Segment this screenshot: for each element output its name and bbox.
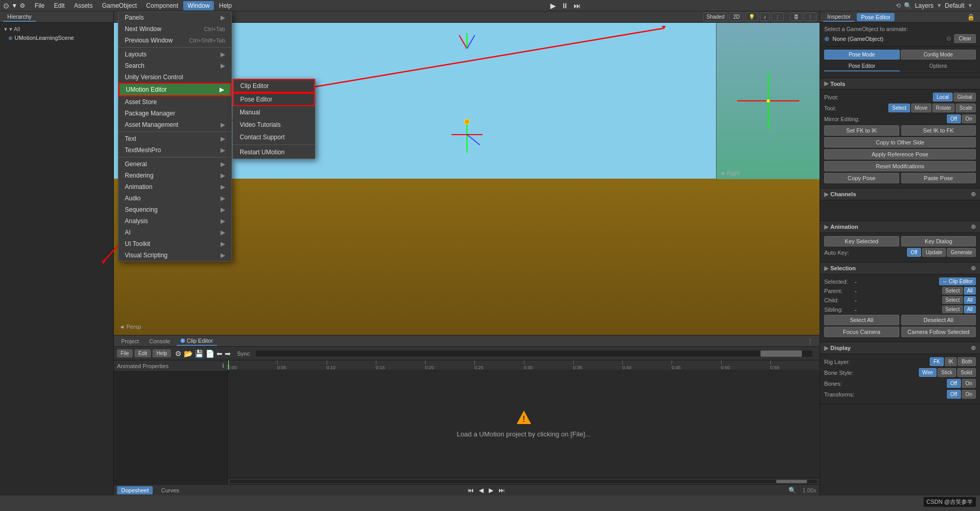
channels-section-header[interactable]: ▶ Channels ⊕ xyxy=(820,188,980,200)
clip-edit-btn[interactable]: Edit xyxy=(135,349,151,357)
submenu-clip-editor[interactable]: Clip Editor xyxy=(233,79,315,93)
pose-editor-tab[interactable]: Pose Editor xyxy=(857,13,895,21)
play-forward-btn2[interactable]: ▶ xyxy=(488,486,494,495)
bottom-panel-more[interactable]: ⋮ xyxy=(804,338,816,345)
submenu-manual[interactable]: Manual xyxy=(233,106,315,119)
project-tab[interactable]: Project xyxy=(117,337,143,345)
scale-tool-btn[interactable]: Scale xyxy=(956,104,976,112)
menu-edit[interactable]: Edit xyxy=(50,1,69,10)
scene-more-btn[interactable]: ⋮ xyxy=(771,12,784,21)
default-dropdown-icon[interactable]: ▼ xyxy=(968,3,973,8)
transforms-on-btn[interactable]: On xyxy=(962,390,976,399)
solid-btn[interactable]: Solid xyxy=(957,368,976,377)
zoom-icon[interactable]: 🔍 xyxy=(788,487,796,494)
scene-audio-btn[interactable]: ♪ xyxy=(760,12,770,21)
ik-btn[interactable]: IK xyxy=(945,357,957,366)
play-backward-btn[interactable]: ◀ xyxy=(478,486,485,495)
search-icon[interactable]: 🔍 xyxy=(904,2,912,9)
child-select-btn[interactable]: Select xyxy=(942,296,963,304)
dropdown-prev-window[interactable]: Previous Window Ctrl+Shift+Tab xyxy=(119,35,231,46)
scene-fx-btn[interactable]: 💡 xyxy=(745,12,758,21)
select-tool-btn[interactable]: Select xyxy=(888,104,910,112)
channels-icon1[interactable]: ⊕ xyxy=(971,191,976,198)
right-panel-lock[interactable]: 🔒 xyxy=(965,13,977,21)
submenu-video-tutorials[interactable]: Video Tutorials xyxy=(233,119,315,131)
layers-label[interactable]: Layers xyxy=(915,2,933,9)
camera-follow-btn[interactable]: Camera Follow Selected xyxy=(901,327,976,337)
menu-gameobject[interactable]: GameObject xyxy=(98,1,141,10)
auto-key-off-btn[interactable]: Off xyxy=(907,248,921,257)
hierarchy-all[interactable]: ▾ ▾ All xyxy=(2,25,111,34)
dropdown-sequencing[interactable]: Sequencing ▶ xyxy=(119,204,231,215)
dropdown-next-window[interactable]: Next Window Ctrl+Tab xyxy=(119,23,231,35)
parent-all-btn[interactable]: All xyxy=(964,287,976,295)
focus-camera-btn[interactable]: Focus Camera xyxy=(824,327,899,337)
menu-component[interactable]: Component xyxy=(142,1,182,10)
dropdown-audio[interactable]: Audio ▶ xyxy=(119,193,231,204)
both-btn[interactable]: Both xyxy=(958,357,976,366)
clip-toolbar-icon4[interactable]: 📄 xyxy=(206,349,214,358)
layers-dropdown-icon[interactable]: ▼ xyxy=(937,3,942,8)
select-all-btn[interactable]: Select All xyxy=(824,315,899,325)
timeline-scroll-track[interactable] xyxy=(230,480,817,483)
local-btn[interactable]: Local xyxy=(933,93,953,101)
dropdown-general[interactable]: General ▶ xyxy=(119,158,231,170)
paste-pose-btn[interactable]: Paste Pose xyxy=(901,173,976,183)
dropdown-unity-version-control[interactable]: Unity Version Control xyxy=(119,71,231,83)
auto-key-generate-btn[interactable]: Generate xyxy=(947,248,976,257)
menu-help[interactable]: Help xyxy=(215,1,236,10)
child-all-btn[interactable]: All xyxy=(964,296,976,304)
undo-history-icon[interactable]: ⟲ xyxy=(896,2,901,9)
hierarchy-scene-item[interactable]: ⊕ UMotionLearningScene xyxy=(2,34,111,42)
reset-modifications-btn[interactable]: Reset Modifcations xyxy=(824,161,976,171)
clip-toolbar-icon5[interactable]: ⬅ xyxy=(216,349,223,358)
pose-mode-btn[interactable]: Pose Mode xyxy=(824,50,900,60)
parent-select-btn[interactable]: Select xyxy=(942,287,963,295)
clip-toolbar-icon3[interactable]: 💾 xyxy=(195,349,203,358)
fk-btn[interactable]: FK xyxy=(930,357,944,366)
bones-off-btn[interactable]: Off xyxy=(947,379,961,388)
dropdown-umotion-editor[interactable]: UMotion Editor ▶ xyxy=(119,83,231,96)
display-section-header[interactable]: ▶ Display ⊕ xyxy=(820,342,980,354)
timeline-scroll-thumb2[interactable] xyxy=(776,480,807,483)
default-label[interactable]: Default xyxy=(945,2,964,9)
tools-section-header[interactable]: ▶ Tools xyxy=(820,78,980,90)
menu-window[interactable]: Window xyxy=(183,1,214,10)
mirror-off-btn[interactable]: Off xyxy=(947,114,961,123)
timeline-scroll-thumb[interactable] xyxy=(760,351,802,357)
stick-btn[interactable]: Stick xyxy=(938,368,956,377)
clip-editor-nav-btn[interactable]: ↔ Clip Editor xyxy=(939,278,976,285)
copy-pose-btn[interactable]: Copy Pose xyxy=(824,173,899,183)
dropdown-asset-store[interactable]: Asset Store xyxy=(119,96,231,108)
apply-reference-pose-btn[interactable]: Apply Reference Pose xyxy=(824,149,976,159)
scene-more2-btn[interactable]: ⋮ xyxy=(804,12,816,21)
wire-btn[interactable]: Wire xyxy=(919,368,937,377)
clip-help-btn[interactable]: Help xyxy=(153,349,171,357)
bones-on-btn[interactable]: On xyxy=(962,379,976,388)
prev-key-btn[interactable]: ⏮ xyxy=(466,486,475,495)
clip-toolbar-icon2[interactable]: 📂 xyxy=(184,349,193,358)
dropdown-text[interactable]: Text ▶ xyxy=(119,133,231,144)
dopesheet-tab[interactable]: Dopesheet xyxy=(117,486,153,494)
animation-section-header[interactable]: ▶ Animation ⊕ xyxy=(820,221,980,233)
next-key-btn[interactable]: ⏭ xyxy=(498,486,506,495)
dropdown-textmeshpro[interactable]: TextMeshPro ▶ xyxy=(119,144,231,156)
dropdown-visual-scripting[interactable]: Visual Scripting ▶ xyxy=(119,250,231,261)
dropdown-animation[interactable]: Animation ▶ xyxy=(119,181,231,193)
dropdown-ai[interactable]: AI ▶ xyxy=(119,227,231,238)
animated-props-info[interactable]: ℹ xyxy=(222,362,224,369)
gameobject-expand-icon[interactable]: ⊙ xyxy=(946,35,951,42)
clear-button[interactable]: Clear xyxy=(954,34,976,43)
play-button[interactable]: ▶ xyxy=(549,1,557,11)
dropdown-ui-toolkit[interactable]: UI Toolkit ▶ xyxy=(119,238,231,250)
menu-file[interactable]: File xyxy=(31,1,49,10)
sibling-all-btn[interactable]: All xyxy=(964,305,976,313)
sibling-select-btn[interactable]: Select xyxy=(942,305,963,313)
submenu-restart-umotion[interactable]: Restart UMotion xyxy=(233,146,315,158)
pause-button[interactable]: ⏸ xyxy=(560,1,569,11)
clip-editor-tab[interactable]: Clip Editor xyxy=(177,337,217,346)
hierarchy-tab[interactable]: Hierarchy xyxy=(3,12,36,22)
selection-section-header[interactable]: ▶ Selection ⊕ xyxy=(820,262,980,274)
copy-to-other-side-btn[interactable]: Copy to Other Side xyxy=(824,137,976,148)
mirror-on-btn[interactable]: On xyxy=(962,114,976,123)
